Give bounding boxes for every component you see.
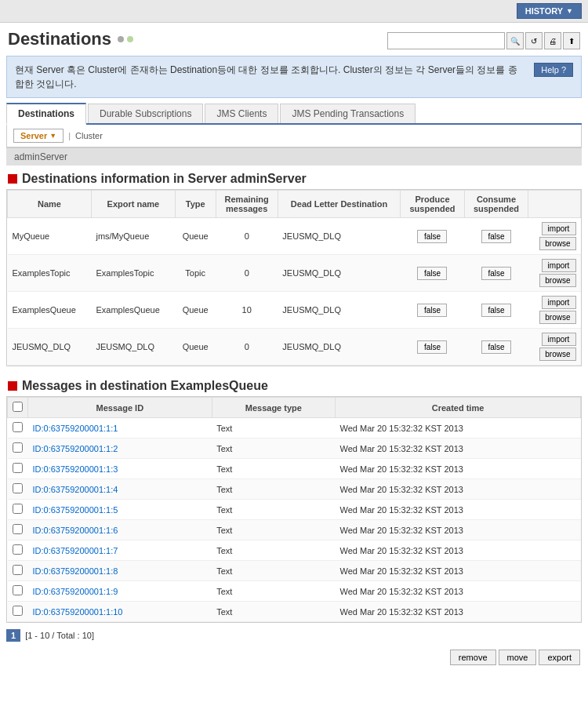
- msg-checkbox-cell: [8, 561, 28, 581]
- dest-deadletter: JEUSMQ_DLQ: [278, 292, 400, 329]
- history-label: HISTORY: [525, 6, 563, 16]
- msg-id: ID:0:63759200001:1:7: [28, 540, 212, 561]
- col-type: Type: [175, 191, 216, 218]
- msg-id: ID:0:63759200001:1:6: [28, 520, 212, 540]
- messages-section-title-bar: Messages in destination ExamplesQueue: [0, 373, 588, 396]
- msg-created: Wed Mar 20 15:32:32 KST 2013: [336, 602, 581, 622]
- page-info: [1 - 10 / Total : 10]: [25, 631, 94, 640]
- msg-checkbox-cell: [8, 581, 28, 602]
- msg-checkbox[interactable]: [13, 606, 23, 616]
- msg-created: Wed Mar 20 15:32:32 KST 2013: [336, 581, 581, 602]
- dest-deadletter: JEUSMQ_DLQ: [278, 255, 400, 292]
- message-row: ID:0:63759200001:1:5 Text Wed Mar 20 15:…: [8, 500, 581, 520]
- server-filter-button[interactable]: Server ▼: [13, 129, 64, 143]
- msg-type: Text: [212, 540, 335, 561]
- msg-type: Text: [212, 439, 335, 459]
- browse-button[interactable]: browse: [539, 311, 575, 324]
- msg-checkbox[interactable]: [13, 544, 23, 555]
- tab-durable-subscriptions[interactable]: Durable Subscriptions: [88, 104, 203, 123]
- msg-checkbox[interactable]: [13, 463, 23, 473]
- search-button[interactable]: 🔍: [506, 32, 524, 49]
- dest-consume: false: [464, 218, 528, 255]
- admin-server-label: adminServer: [14, 151, 67, 162]
- export-icon-button[interactable]: ⬆: [563, 32, 580, 49]
- produce-btn[interactable]: false: [417, 267, 447, 280]
- filter-bar: Server ▼ | Cluster: [6, 125, 582, 147]
- destinations-row: ExamplesTopic ExamplesTopic Topic 0 JEUS…: [8, 255, 581, 292]
- bottom-actions: remove move export: [0, 645, 588, 670]
- message-row: ID:0:63759200001:1:6 Text Wed Mar 20 15:…: [8, 520, 581, 540]
- tab-destinations[interactable]: Destinations: [6, 103, 86, 125]
- msg-created: Wed Mar 20 15:32:32 KST 2013: [336, 500, 581, 520]
- destinations-section-title: Destinations information in Server admin…: [22, 172, 307, 186]
- produce-btn[interactable]: false: [417, 340, 447, 354]
- browse-button[interactable]: browse: [539, 237, 575, 250]
- page-title: Destinations: [8, 29, 111, 49]
- import-button[interactable]: import: [542, 296, 576, 309]
- destinations-table-container: Name Export name Type Remainingmessages …: [6, 189, 582, 366]
- browse-button[interactable]: browse: [539, 274, 575, 287]
- msg-checkbox[interactable]: [13, 524, 23, 534]
- page-number[interactable]: 1: [6, 629, 20, 642]
- print-button[interactable]: 🖨: [544, 32, 561, 49]
- tabs-container: Destinations Durable Subscriptions JMS C…: [6, 103, 582, 125]
- dest-produce: false: [401, 292, 464, 329]
- col-created-time: Created time: [336, 398, 581, 418]
- col-message-id: Message ID: [28, 398, 212, 418]
- col-name: Name: [8, 191, 92, 218]
- msg-type: Text: [212, 479, 335, 500]
- dest-type: Topic: [175, 255, 216, 292]
- msg-checkbox[interactable]: [13, 504, 23, 514]
- consume-btn[interactable]: false: [481, 340, 511, 354]
- help-button[interactable]: Help ?: [534, 63, 573, 77]
- msg-type: Text: [212, 602, 335, 622]
- msg-checkbox-cell: [8, 479, 28, 500]
- msg-id: ID:0:63759200001:1:10: [28, 602, 212, 622]
- filter-divider: |: [68, 131, 71, 140]
- msg-id: ID:0:63759200001:1:5: [28, 500, 212, 520]
- import-button[interactable]: import: [542, 333, 576, 346]
- msg-checkbox[interactable]: [13, 442, 23, 453]
- msg-checkbox[interactable]: [13, 585, 23, 595]
- messages-table-container: Message ID Message type Created time ID:…: [6, 396, 582, 623]
- import-button[interactable]: import: [542, 259, 576, 272]
- msg-checkbox[interactable]: [13, 483, 23, 493]
- msg-created: Wed Mar 20 15:32:32 KST 2013: [336, 479, 581, 500]
- dest-type: Queue: [175, 218, 216, 255]
- tab-jms-pending[interactable]: JMS Pending Transactions: [280, 104, 416, 123]
- consume-btn[interactable]: false: [481, 267, 511, 280]
- history-button[interactable]: HISTORY ▼: [517, 3, 582, 19]
- msg-checkbox-cell: [8, 418, 28, 439]
- col-actions: [528, 191, 581, 218]
- msg-created: Wed Mar 20 15:32:32 KST 2013: [336, 561, 581, 581]
- export-button[interactable]: export: [539, 650, 580, 665]
- col-export: Export name: [91, 191, 175, 218]
- consume-btn[interactable]: false: [481, 230, 511, 243]
- msg-checkbox-cell: [8, 602, 28, 622]
- dest-name: JEUSMQ_DLQ: [8, 329, 92, 366]
- remove-button[interactable]: remove: [450, 650, 496, 665]
- move-button[interactable]: move: [499, 650, 537, 665]
- destinations-row: JEUSMQ_DLQ JEUSMQ_DLQ Queue 0 JEUSMQ_DLQ…: [8, 329, 581, 366]
- msg-type: Text: [212, 500, 335, 520]
- msg-checkbox[interactable]: [13, 422, 23, 432]
- dest-consume: false: [464, 255, 528, 292]
- msg-checkbox[interactable]: [13, 565, 23, 575]
- import-button[interactable]: import: [542, 222, 576, 235]
- dest-consume: false: [464, 292, 528, 329]
- refresh-button[interactable]: ↺: [525, 32, 543, 49]
- consume-btn[interactable]: false: [481, 304, 511, 317]
- browse-button[interactable]: browse: [539, 348, 575, 361]
- search-input[interactable]: [387, 32, 505, 49]
- tab-jms-clients[interactable]: JMS Clients: [205, 104, 278, 123]
- produce-btn[interactable]: false: [417, 304, 447, 317]
- msg-type: Text: [212, 459, 335, 479]
- msg-id: ID:0:63759200001:1:4: [28, 479, 212, 500]
- produce-btn[interactable]: false: [417, 230, 447, 243]
- dest-produce: false: [401, 329, 464, 366]
- col-remaining: Remainingmessages: [216, 191, 278, 218]
- dest-consume: false: [464, 329, 528, 366]
- info-box: 현재 Server 혹은 Cluster에 존재하는 Destination등에…: [6, 56, 582, 98]
- msg-checkbox-cell: [8, 540, 28, 561]
- select-all-checkbox[interactable]: [13, 402, 23, 412]
